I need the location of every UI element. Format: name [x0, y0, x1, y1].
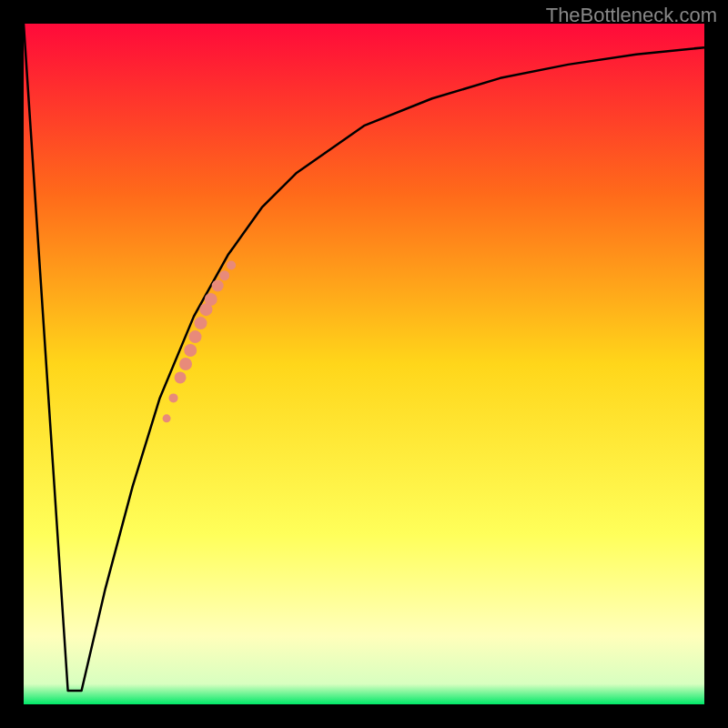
highlight-dot — [194, 317, 207, 329]
watermark-text: TheBottleneck.com — [546, 4, 717, 27]
highlight-dot — [179, 358, 192, 370]
highlight-dot — [189, 330, 202, 343]
highlight-dot — [184, 344, 197, 357]
highlight-dot — [219, 270, 229, 280]
chart-svg — [24, 24, 704, 704]
highlight-dot — [227, 261, 236, 270]
highlight-dot — [169, 393, 178, 402]
highlight-dot — [205, 293, 217, 306]
plot-frame — [24, 24, 704, 704]
highlight-dot — [163, 414, 171, 422]
highlight-dot — [175, 371, 187, 383]
highlight-dot — [212, 279, 224, 291]
